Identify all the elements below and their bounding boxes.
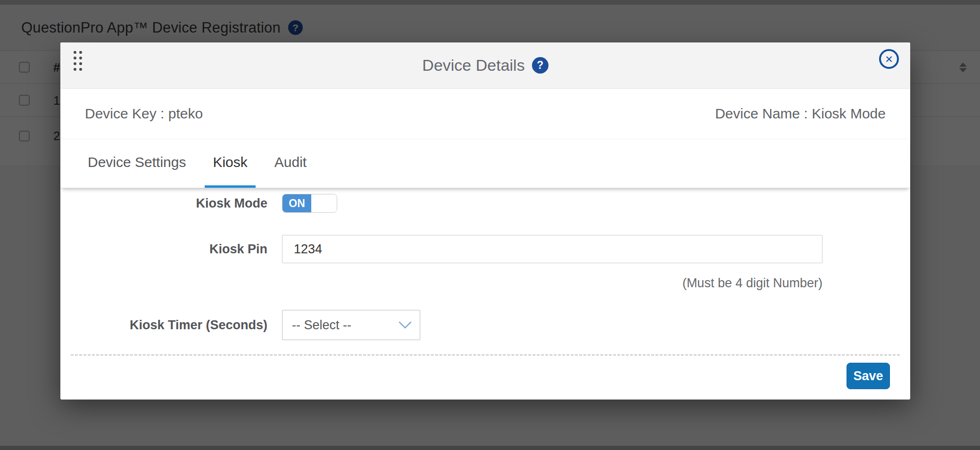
footer-divider bbox=[71, 354, 900, 356]
modal-title: Device Details bbox=[422, 56, 524, 75]
kiosk-tab-panel: Kiosk Mode ON Kiosk Pin (Must be 4 digit… bbox=[60, 194, 910, 400]
modal-help-icon[interactable]: ? bbox=[532, 57, 548, 74]
drag-handle-icon[interactable] bbox=[74, 51, 83, 71]
save-button[interactable]: Save bbox=[847, 363, 890, 389]
modal-subheader: Device Key : pteko Device Name : Kiosk M… bbox=[60, 89, 910, 139]
device-key-text: Device Key : pteko bbox=[85, 106, 203, 122]
tab-bar: Device Settings Kiosk Audit bbox=[60, 139, 910, 188]
kiosk-timer-selected-value: -- Select -- bbox=[292, 318, 351, 333]
kiosk-mode-toggle[interactable]: ON bbox=[282, 194, 337, 213]
kiosk-timer-select[interactable]: -- Select -- bbox=[282, 310, 420, 340]
kiosk-pin-input[interactable] bbox=[282, 235, 822, 263]
modal-header: Device Details ? ✕ bbox=[60, 42, 910, 89]
kiosk-mode-label: Kiosk Mode bbox=[60, 196, 267, 211]
chevron-down-icon bbox=[398, 321, 412, 329]
toggle-on-segment: ON bbox=[282, 194, 311, 212]
kiosk-pin-row: Kiosk Pin bbox=[60, 235, 910, 263]
device-name-text: Device Name : Kiosk Mode bbox=[715, 106, 886, 122]
kiosk-pin-label: Kiosk Pin bbox=[60, 242, 267, 257]
tab-audit[interactable]: Audit bbox=[266, 139, 315, 188]
kiosk-mode-row: Kiosk Mode ON bbox=[60, 194, 910, 213]
kiosk-timer-label: Kiosk Timer (Seconds) bbox=[60, 318, 267, 333]
toggle-knob bbox=[311, 194, 337, 212]
modal-footer: Save bbox=[60, 363, 910, 389]
tab-kiosk[interactable]: Kiosk bbox=[205, 139, 255, 188]
kiosk-pin-hint: (Must be 4 digit Number) bbox=[282, 276, 822, 291]
close-button[interactable]: ✕ bbox=[879, 49, 899, 69]
device-details-modal: Device Details ? ✕ Device Key : pteko De… bbox=[60, 42, 910, 394]
kiosk-timer-row: Kiosk Timer (Seconds) -- Select -- bbox=[60, 310, 910, 340]
tab-device-settings[interactable]: Device Settings bbox=[80, 139, 194, 188]
